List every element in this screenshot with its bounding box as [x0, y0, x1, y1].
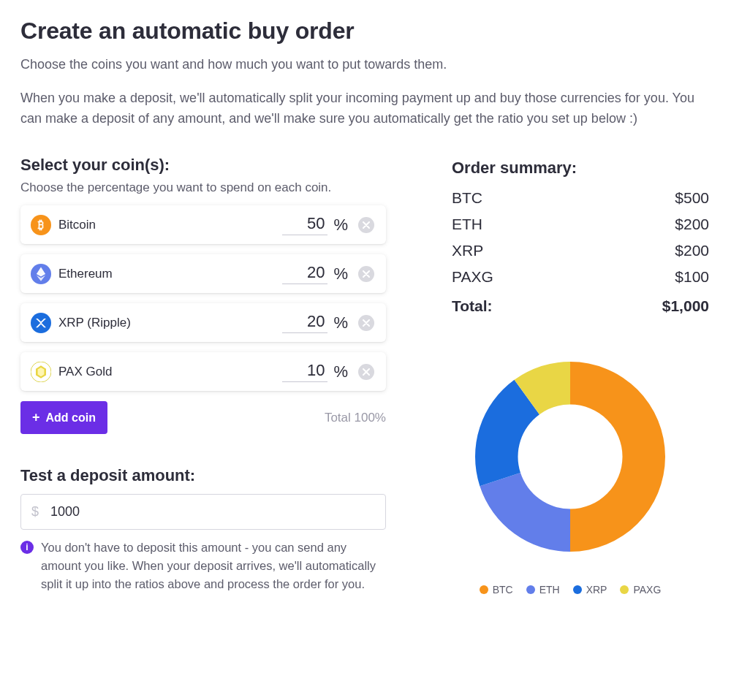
- page-title: Create an automatic buy order: [20, 18, 711, 45]
- summary-amount: $500: [636, 189, 709, 207]
- info-icon: i: [20, 541, 34, 554]
- add-coin-label: Add coin: [46, 411, 96, 425]
- coin-name-label: Ethereum: [58, 267, 113, 281]
- summary-amount: $200: [636, 242, 709, 259]
- coin-name-label: Bitcoin: [58, 218, 96, 232]
- svg-text:₿: ₿: [37, 218, 44, 231]
- summary-symbol: XRP: [452, 242, 518, 259]
- legend-label: XRP: [586, 584, 607, 596]
- order-summary-heading: Order summary:: [430, 159, 711, 178]
- close-icon: [363, 270, 370, 278]
- summary-amount: $100: [636, 268, 709, 286]
- deposit-input[interactable]: [49, 503, 375, 520]
- select-coins-subtext: Choose the percentage you want to spend …: [20, 179, 386, 197]
- coin-percent-input[interactable]: [282, 361, 327, 382]
- percent-sign: %: [333, 362, 348, 381]
- legend-dot: [620, 585, 629, 594]
- deposit-field[interactable]: $: [20, 494, 386, 530]
- summary-symbol: PAXG: [452, 268, 518, 286]
- coin-percent-input[interactable]: [282, 263, 327, 284]
- remove-coin-button[interactable]: [358, 364, 374, 380]
- select-coins-heading: Select your coin(s):: [20, 156, 386, 175]
- summary-row: BTC$500: [430, 185, 711, 211]
- coin-name-label: PAX Gold: [58, 365, 112, 379]
- close-icon: [363, 368, 370, 376]
- coin-name-label: XRP (Ripple): [58, 316, 131, 330]
- dollar-icon: $: [31, 504, 39, 520]
- summary-symbol: ETH: [452, 216, 518, 233]
- coin-percent-input[interactable]: [282, 214, 327, 235]
- legend-label: PAXG: [633, 584, 661, 596]
- summary-total-label: Total:: [452, 297, 493, 315]
- legend-item: ETH: [526, 584, 560, 596]
- bitcoin-icon: ₿: [31, 215, 51, 235]
- summary-row: ETH$200: [430, 211, 711, 237]
- coin-row: PAX Gold %: [20, 352, 386, 391]
- coin-row: Ethereum %: [20, 254, 386, 293]
- legend-item: BTC: [480, 584, 513, 596]
- legend-label: ETH: [539, 584, 560, 596]
- paxg-icon: [31, 362, 51, 382]
- summary-row: XRP$200: [430, 237, 711, 264]
- legend-dot: [526, 585, 535, 594]
- legend-dot: [573, 585, 582, 594]
- coin-row: XRP (Ripple) %: [20, 303, 386, 342]
- legend-dot: [480, 585, 488, 594]
- summary-amount: $200: [636, 216, 709, 233]
- donut-slice-btc: [570, 362, 665, 552]
- coin-percent-input[interactable]: [282, 312, 327, 333]
- remove-coin-button[interactable]: [358, 217, 374, 233]
- remove-coin-button[interactable]: [358, 315, 374, 331]
- legend-item: PAXG: [620, 584, 661, 596]
- percent-sign: %: [333, 313, 348, 332]
- deposit-heading: Test a deposit amount:: [20, 466, 386, 485]
- total-percent-label: Total 100%: [325, 411, 386, 425]
- coin-row: ₿ Bitcoin %: [20, 205, 386, 244]
- deposit-info-text: You don't have to deposit this amount - …: [41, 539, 386, 593]
- legend-item: XRP: [573, 584, 607, 596]
- summary-row: PAXG$100: [430, 264, 711, 290]
- summary-symbol: BTC: [452, 189, 518, 207]
- close-icon: [363, 221, 370, 229]
- percent-sign: %: [333, 216, 348, 235]
- add-coin-button[interactable]: + Add coin: [20, 401, 107, 434]
- plus-icon: +: [32, 410, 40, 425]
- donut-slice-eth: [480, 473, 570, 552]
- order-summary-donut-chart: [461, 347, 680, 566]
- percent-sign: %: [333, 265, 348, 284]
- close-icon: [363, 319, 370, 327]
- intro-text-1: Choose the coins you want and how much y…: [20, 55, 711, 75]
- xrp-icon: [31, 313, 51, 333]
- remove-coin-button[interactable]: [358, 266, 374, 282]
- summary-total-value: $1,000: [662, 297, 709, 315]
- ethereum-icon: [31, 264, 51, 284]
- intro-text-2: When you make a deposit, we'll automatic…: [20, 88, 711, 129]
- legend-label: BTC: [493, 584, 513, 596]
- donut-legend: BTCETHXRPPAXG: [480, 584, 662, 596]
